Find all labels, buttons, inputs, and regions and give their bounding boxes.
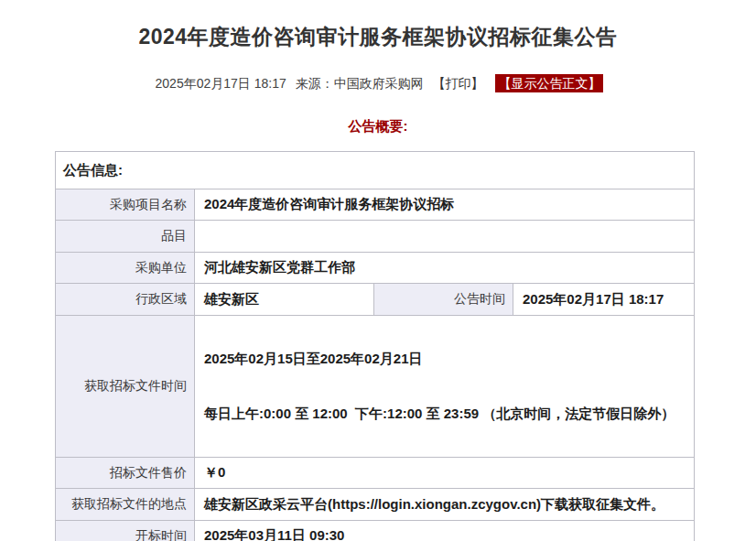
value-open-time: 2025年03月11日 09:30 — [195, 521, 695, 541]
section-header-cell: 公告信息: — [56, 152, 695, 189]
label-doc-time: 获取招标文件时间 — [56, 316, 195, 458]
value-region: 雄安新区 — [195, 284, 374, 316]
doc-time-line1: 2025年02月15日至2025年02月21日 — [204, 347, 685, 371]
meta-line: 2025年02月17日 18:17 来源：中国政府采购网 【打印】 【显示公告正… — [0, 76, 756, 92]
table-row-section-header: 公告信息: — [56, 152, 695, 189]
table-row-region: 行政区域 雄安新区 公告时间 2025年02月17日 18:17 — [56, 284, 695, 316]
table-row-doc-price: 招标文件售价 ￥0 — [56, 458, 695, 489]
page-title: 2024年度造价咨询审计服务框架协议招标征集公告 — [0, 23, 756, 51]
publish-datetime: 2025年02月17日 18:17 — [156, 76, 286, 91]
announcement-page: 2024年度造价咨询审计服务框架协议招标征集公告 2025年02月17日 18:… — [0, 0, 756, 541]
value-purchaser: 河北雄安新区党群工作部 — [195, 253, 695, 284]
label-region: 行政区域 — [56, 284, 195, 316]
value-doc-place: 雄安新区政采云平台(https://login.xiongan.zcygov.c… — [195, 489, 695, 521]
section-heading-summary: 公告概要: — [0, 118, 756, 135]
label-purchaser: 采购单位 — [56, 253, 195, 284]
announcement-info-table: 公告信息: 采购项目名称 2024年度造价咨询审计服务框架协议招标 品目 采购单… — [55, 151, 695, 541]
label-open-time: 开标时间 — [56, 521, 195, 541]
value-announce-time: 2025年02月17日 18:17 — [513, 284, 695, 316]
source-text: 来源：中国政府采购网 — [296, 76, 424, 91]
label-project-name: 采购项目名称 — [56, 189, 195, 221]
value-category — [195, 221, 695, 253]
table-row-doc-place: 获取招标文件的地点 雄安新区政采云平台(https://login.xionga… — [56, 489, 695, 521]
label-doc-place: 获取招标文件的地点 — [56, 489, 195, 521]
value-doc-time: 2025年02月15日至2025年02月21日 每日上午:0:00 至 12:0… — [195, 316, 695, 458]
label-announce-time: 公告时间 — [374, 284, 513, 316]
table-row-doc-time: 获取招标文件时间 2025年02月15日至2025年02月21日 每日上午:0:… — [56, 316, 695, 458]
table-row-category: 品目 — [56, 221, 695, 253]
show-notice-button[interactable]: 【显示公告正文】 — [495, 74, 603, 92]
value-doc-price: ￥0 — [195, 458, 695, 489]
value-project-name: 2024年度造价咨询审计服务框架协议招标 — [195, 189, 695, 221]
label-doc-price: 招标文件售价 — [56, 458, 195, 489]
table-row-purchaser: 采购单位 河北雄安新区党群工作部 — [56, 253, 695, 284]
label-category: 品目 — [56, 221, 195, 253]
table-row-open-time: 开标时间 2025年03月11日 09:30 — [56, 521, 695, 541]
print-button[interactable]: 【打印】 — [433, 76, 484, 91]
doc-time-line2: 每日上午:0:00 至 12:00 下午:12:00 至 23:59 （北京时间… — [204, 402, 685, 426]
table-row-project-name: 采购项目名称 2024年度造价咨询审计服务框架协议招标 — [56, 189, 695, 221]
